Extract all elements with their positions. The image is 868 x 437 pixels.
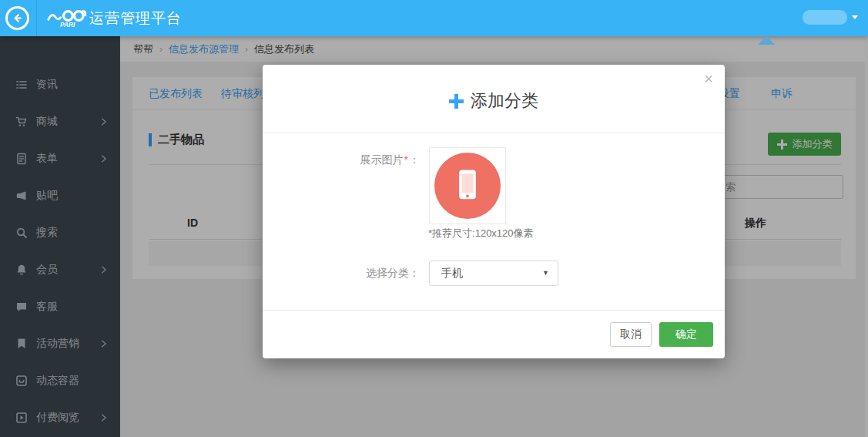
label-colon: ： — [409, 153, 420, 166]
arrow-left-icon — [12, 12, 23, 24]
app-title: 运营管理平台 — [89, 0, 182, 36]
add-category-modal: 添加分类 × 展示图片*： *推荐尺寸:120x120像素 选择分类： 手机 ▼… — [263, 65, 725, 358]
category-select[interactable]: 手机 ▼ — [429, 261, 558, 286]
back-button[interactable] — [5, 6, 29, 30]
svg-text:PARI: PARI — [60, 21, 75, 29]
modal-footer: 取消 确定 — [263, 310, 725, 358]
field-label-text: 展示图片 — [360, 153, 404, 166]
modal-header: 添加分类 × — [263, 65, 725, 133]
select-category-label: 选择分类： — [263, 267, 420, 281]
category-select-value: 手机 — [441, 261, 463, 285]
required-asterisk: * — [404, 153, 408, 166]
label-colon: ： — [409, 267, 420, 279]
header-divider — [36, 0, 37, 36]
app-logo: PARI — [46, 3, 88, 37]
phone-icon — [447, 166, 488, 206]
user-popover-arrow-icon — [758, 36, 775, 45]
cancel-button[interactable]: 取消 — [610, 322, 652, 347]
modal-title: 添加分类 — [471, 89, 538, 113]
image-size-hint: *推荐尺寸:120x120像素 — [428, 227, 534, 240]
plus-icon — [449, 94, 464, 109]
field-label-text: 选择分类 — [366, 267, 409, 279]
category-image-preview — [434, 153, 501, 219]
chevron-down-icon: ▼ — [542, 261, 549, 285]
user-name-redacted[interactable] — [803, 10, 847, 25]
user-menu-caret-icon[interactable] — [852, 15, 858, 19]
confirm-button[interactable]: 确定 — [659, 322, 713, 347]
image-upload-box[interactable] — [429, 147, 506, 224]
display-image-label: 展示图片*： — [263, 153, 420, 167]
top-header-bar: PARI 运营管理平台 — [0, 0, 868, 36]
close-icon[interactable]: × — [704, 71, 713, 86]
